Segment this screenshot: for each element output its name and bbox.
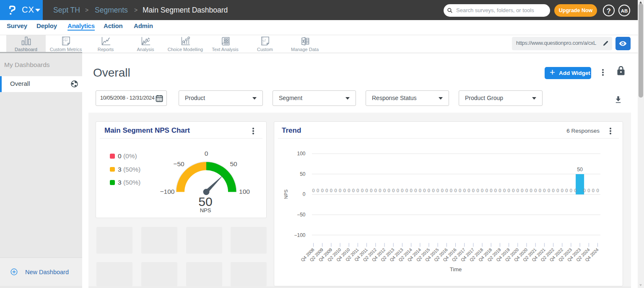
svg-text:0: 0 bbox=[419, 188, 421, 193]
svg-text:0: 0 bbox=[445, 188, 448, 193]
svg-text:0: 0 bbox=[348, 188, 350, 193]
svg-text:0: 0 bbox=[561, 188, 564, 193]
svg-text:0: 0 bbox=[450, 188, 452, 193]
svg-text:0: 0 bbox=[423, 188, 426, 193]
svg-text:0: 0 bbox=[481, 188, 483, 193]
svg-text:0: 0 bbox=[366, 188, 368, 193]
svg-text:−100: −100 bbox=[160, 188, 175, 195]
svg-text:0: 0 bbox=[374, 188, 377, 193]
svg-text:0: 0 bbox=[330, 188, 332, 193]
svg-text:0: 0 bbox=[414, 188, 417, 193]
svg-text:0: 0 bbox=[428, 188, 430, 193]
svg-text:0: 0 bbox=[379, 188, 381, 193]
svg-text:0: 0 bbox=[454, 188, 457, 193]
svg-text:0: 0 bbox=[317, 188, 319, 193]
svg-text:100: 100 bbox=[297, 151, 305, 157]
svg-text:0: 0 bbox=[312, 188, 314, 193]
svg-text:0: 0 bbox=[334, 188, 337, 193]
svg-text:50: 50 bbox=[198, 195, 212, 208]
svg-text:50: 50 bbox=[300, 171, 306, 177]
svg-text:0: 0 bbox=[303, 191, 306, 197]
svg-text:0: 0 bbox=[343, 188, 346, 193]
svg-text:0: 0 bbox=[592, 188, 595, 193]
svg-text:0: 0 bbox=[486, 188, 488, 193]
svg-text:0: 0 bbox=[383, 188, 386, 193]
svg-text:0: 0 bbox=[512, 188, 514, 193]
svg-text:−50: −50 bbox=[173, 160, 184, 167]
svg-text:0: 0 bbox=[534, 188, 537, 193]
svg-text:NPS: NPS bbox=[200, 207, 211, 213]
svg-text:NPS: NPS bbox=[283, 190, 288, 199]
svg-text:0: 0 bbox=[467, 188, 470, 193]
svg-text:0: 0 bbox=[397, 188, 399, 193]
svg-text:−50: −50 bbox=[297, 212, 306, 218]
svg-text:0: 0 bbox=[388, 188, 390, 193]
svg-text:0: 0 bbox=[405, 188, 408, 193]
svg-text:0: 0 bbox=[494, 188, 497, 193]
svg-text:0: 0 bbox=[401, 188, 403, 193]
svg-text:−100: −100 bbox=[294, 232, 305, 238]
svg-text:0: 0 bbox=[570, 188, 572, 193]
svg-text:0: 0 bbox=[503, 188, 506, 193]
svg-text:0: 0 bbox=[521, 188, 523, 193]
svg-text:0: 0 bbox=[361, 188, 364, 193]
svg-text:0: 0 bbox=[205, 150, 208, 157]
svg-text:0: 0 bbox=[596, 188, 599, 193]
svg-text:0: 0 bbox=[441, 188, 444, 193]
svg-text:0: 0 bbox=[472, 188, 475, 193]
svg-text:0: 0 bbox=[552, 188, 555, 193]
svg-text:Time: Time bbox=[450, 266, 462, 273]
svg-text:0: 0 bbox=[565, 188, 568, 193]
svg-text:0: 0 bbox=[356, 188, 359, 193]
svg-text:0: 0 bbox=[339, 188, 341, 193]
svg-text:0: 0 bbox=[325, 188, 328, 193]
svg-text:0: 0 bbox=[583, 188, 586, 193]
svg-text:0: 0 bbox=[587, 188, 590, 193]
svg-text:0: 0 bbox=[508, 188, 510, 193]
svg-text:0: 0 bbox=[436, 188, 439, 193]
svg-text:0: 0 bbox=[543, 188, 545, 193]
svg-text:0: 0 bbox=[432, 188, 434, 193]
svg-text:0: 0 bbox=[321, 188, 324, 193]
svg-text:0: 0 bbox=[410, 188, 413, 193]
svg-text:0: 0 bbox=[548, 188, 550, 193]
svg-text:0: 0 bbox=[517, 188, 519, 193]
svg-text:0: 0 bbox=[499, 188, 501, 193]
svg-text:0: 0 bbox=[392, 188, 395, 193]
svg-text:0: 0 bbox=[525, 188, 528, 193]
svg-text:0: 0 bbox=[459, 188, 461, 193]
svg-text:0: 0 bbox=[574, 188, 576, 193]
svg-text:0: 0 bbox=[370, 188, 372, 193]
svg-text:100: 100 bbox=[239, 188, 250, 195]
svg-text:0: 0 bbox=[556, 188, 559, 193]
svg-text:0: 0 bbox=[539, 188, 541, 193]
svg-text:50: 50 bbox=[577, 167, 583, 172]
svg-text:0: 0 bbox=[530, 188, 532, 193]
svg-text:0: 0 bbox=[476, 188, 479, 193]
svg-text:50: 50 bbox=[230, 160, 237, 167]
svg-text:0: 0 bbox=[463, 188, 466, 193]
svg-text:0: 0 bbox=[352, 188, 355, 193]
svg-text:0: 0 bbox=[490, 188, 492, 193]
